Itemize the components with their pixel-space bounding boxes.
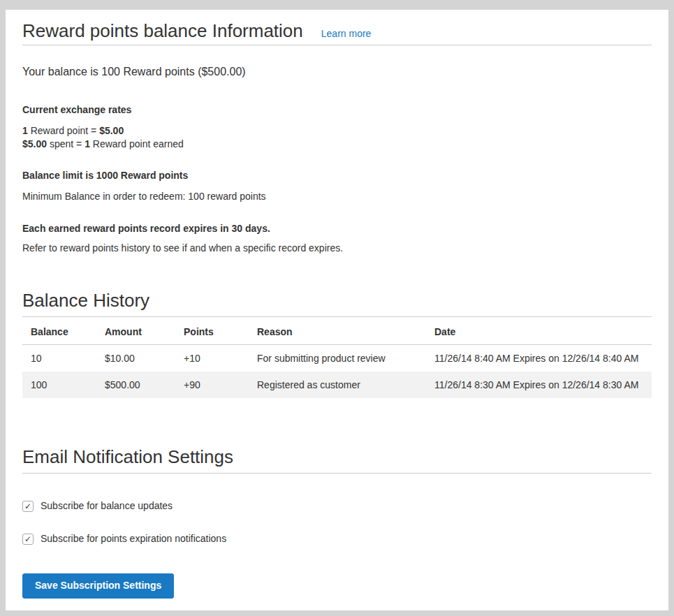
exchange-rates: 1 Reward point = $5.00 $5.00 spent = 1 R…: [22, 124, 652, 151]
save-subscription-settings-button[interactable]: Save Subscription Settings: [22, 573, 174, 599]
cell-points: +10: [175, 345, 249, 372]
subscribe-expiration-label[interactable]: Subscribe for points expiration notifica…: [41, 533, 226, 545]
table-header-row: Balance Amount Points Reason Date: [22, 317, 652, 345]
balance-limit: Balance limit is 1000 Reward points: [22, 169, 652, 182]
email-settings-title: Email Notification Settings: [22, 445, 652, 469]
cell-points: +90: [175, 372, 249, 398]
subscribe-balance-updates-label[interactable]: Subscribe for balance updates: [41, 500, 173, 512]
column-header-date: Date: [426, 317, 652, 345]
cell-amount: $500.00: [96, 372, 175, 398]
column-header-reason: Reason: [249, 317, 426, 345]
minimum-balance-note: Minimum Balance in order to redeem: 100 …: [22, 190, 652, 203]
table-row: 10 $10.00 +10 For submitting product rev…: [22, 345, 652, 372]
cell-date: 11/26/14 8:30 AM Expires on 12/26/14 8:3…: [426, 372, 652, 398]
column-header-amount: Amount: [96, 317, 175, 345]
cell-balance: 10: [22, 345, 96, 372]
cell-date: 11/26/14 8:40 AM Expires on 12/26/14 8:4…: [426, 345, 652, 372]
cell-reason: Registered as customer: [249, 372, 426, 398]
subscribe-balance-updates-option: Subscribe for balance updates: [22, 500, 652, 512]
page-header: Reward points balance Information Learn …: [22, 17, 652, 45]
column-header-points: Points: [175, 317, 249, 345]
header-divider: [22, 45, 652, 45]
cell-balance: 100: [22, 372, 96, 398]
email-settings-divider: [22, 473, 652, 474]
page-title: Reward points balance Information: [22, 17, 303, 45]
subscribe-expiration-checkbox[interactable]: [22, 534, 34, 545]
subscribe-balance-updates-checkbox[interactable]: [22, 501, 34, 512]
exchange-rate-line1: 1 Reward point = $5.00: [22, 125, 124, 136]
balance-history-table: Balance Amount Points Reason Date 10 $10…: [22, 317, 652, 398]
learn-more-link[interactable]: Learn more: [321, 28, 372, 39]
balance-history-title: Balance History: [22, 288, 652, 312]
exchange-rate-line2: $5.00 spent = 1 Reward point earned: [22, 138, 184, 149]
expiry-rule: Each earned reward points record expires…: [22, 222, 652, 235]
table-row: 100 $500.00 +90 Registered as customer 1…: [22, 372, 652, 398]
column-header-balance: Balance: [22, 317, 96, 345]
balance-summary: Your balance is 100 Reward points ($500.…: [22, 64, 652, 80]
cell-amount: $10.00: [96, 345, 175, 372]
exchange-rates-heading: Current exchange rates: [22, 103, 652, 116]
subscribe-expiration-option: Subscribe for points expiration notifica…: [22, 533, 652, 545]
cell-reason: For submitting product review: [249, 345, 426, 372]
page-background: { "page": { "title": "Reward points bala…: [0, 0, 674, 616]
reward-points-panel: Reward points balance Information Learn …: [6, 10, 668, 610]
expiry-note: Refer to reward points history to see if…: [22, 242, 652, 254]
